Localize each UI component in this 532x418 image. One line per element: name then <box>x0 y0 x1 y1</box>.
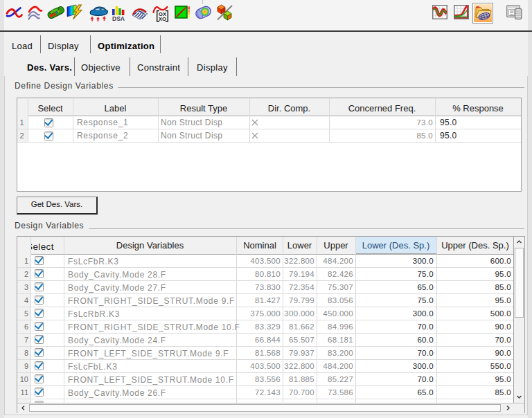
svg-text:DSA: DSA <box>112 15 125 21</box>
svg-text:XO: XO <box>159 16 166 22</box>
